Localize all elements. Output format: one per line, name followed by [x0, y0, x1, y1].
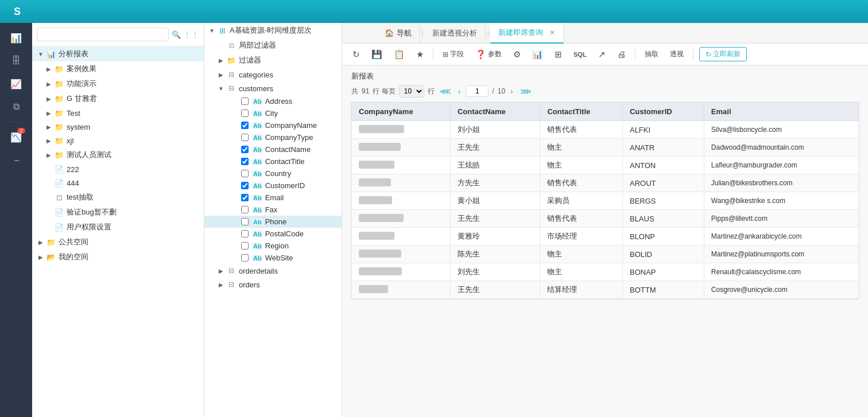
sidebar-icon-data[interactable]: 🗄 [5, 50, 28, 71]
prev-page-btn[interactable]: ‹ [456, 87, 463, 96]
tree-root-reports[interactable]: 📊 分析报表 [32, 46, 204, 61]
toolbar: ↻ 💾 📋 ★ ⊞ 字段 ❓ 参数 ⚙ � [342, 44, 868, 65]
sql-button[interactable]: SQL [570, 49, 590, 60]
refresh-now-button[interactable]: ↻ 立即刷新 [699, 47, 747, 61]
field-ContactName[interactable]: Ab ContactName [204, 143, 342, 155]
tree-item-gongneng[interactable]: 📁 功能演示 [32, 76, 204, 91]
copy-icon: 📋 [394, 49, 405, 60]
field-WebSite[interactable]: Ab WebSite [204, 252, 342, 264]
tree-item-testchouqu[interactable]: ⊡ test抽取 [32, 190, 204, 205]
field-Email[interactable]: Ab Email [204, 192, 342, 204]
checkbox-CompanyName[interactable] [241, 122, 249, 129]
tab-new-pivot[interactable]: 新建透视分析 [424, 23, 486, 44]
name-CompanyName: CompanyName [265, 121, 317, 130]
checkbox-ContactTitle[interactable] [241, 158, 249, 165]
per-page-select[interactable]: 10 20 50 [399, 85, 424, 98]
field-button[interactable]: ⊞ 字段 [439, 48, 467, 61]
panel-toggle-icon[interactable]: ⋮⋮ [183, 30, 199, 39]
checkbox-Country[interactable] [241, 170, 249, 177]
checkbox-City[interactable] [241, 110, 249, 117]
save-button[interactable]: 💾 [368, 48, 386, 61]
tab-new-query[interactable]: 新建即席查询 ✕ [490, 23, 564, 44]
checkbox-PostalCode[interactable] [241, 230, 249, 237]
col-title: ContactTitle [540, 103, 623, 121]
total-rows-label: 共 [351, 87, 358, 96]
checkbox-ContactName[interactable] [241, 146, 249, 153]
sidebar-icon-chart[interactable]: 📈 [5, 73, 28, 94]
copy-button[interactable]: 📋 [390, 48, 408, 61]
tree-item-local-filter[interactable]: ⊡ 局部过滤器 [204, 38, 342, 53]
sidebar-icon-reports[interactable]: 📊 [5, 28, 28, 48]
col-custid: CustomerID [622, 103, 704, 121]
type-City: Ab [252, 110, 263, 117]
print-button[interactable]: 🖨 [614, 48, 629, 61]
tab-close-icon[interactable]: ✕ [549, 29, 555, 37]
tree-item-categories[interactable]: ⊟ categories [204, 68, 342, 81]
refresh-button[interactable]: ↻ [349, 48, 363, 61]
field-Address[interactable]: Ab Address [204, 95, 342, 107]
tree-item-xjl[interactable]: 📁 xjl [32, 134, 204, 147]
sidebar-icon-layers[interactable]: ⧉ [5, 96, 28, 117]
field-City[interactable]: Ab City [204, 107, 342, 119]
sidebar-icon-stats[interactable]: 📉 2 [5, 127, 28, 147]
export-button[interactable]: ↗ [595, 48, 609, 61]
label-categories: categories [239, 71, 273, 79]
tree-item-gangyajun[interactable]: 📁 G 甘雅君 [32, 91, 204, 106]
type-Country: Ab [252, 170, 263, 177]
sep2 [635, 49, 636, 60]
extract-button[interactable]: 抽取 [641, 48, 662, 61]
name-Phone: Phone [265, 217, 287, 226]
tree-item-yonghu[interactable]: 📄 用户权限设置 [32, 220, 204, 235]
tree-item-444[interactable]: 📄 444 [32, 176, 204, 190]
field-CompanyType[interactable]: Ab CompanyType [204, 131, 342, 143]
tab-home[interactable]: 🏠 导航 [377, 23, 420, 44]
next-page-btn[interactable]: › [509, 87, 515, 96]
field-CustomerID[interactable]: Ab CustomerID [204, 180, 342, 192]
last-page-btn[interactable]: ⋙ [518, 87, 533, 96]
label-local-filter: 局部过滤器 [239, 40, 276, 50]
field-Phone[interactable]: Ab Phone [204, 216, 342, 228]
checkbox-CompanyType[interactable] [241, 134, 249, 141]
tree-item-yanzheng[interactable]: 📄 验证bug暂不删 [32, 205, 204, 220]
param-icon: ❓ [475, 49, 486, 60]
star-button[interactable]: ★ [413, 48, 427, 61]
checkbox-Email[interactable] [241, 194, 249, 201]
checkbox-WebSite[interactable] [241, 254, 249, 262]
field-ContactTitle[interactable]: Ab ContactTitle [204, 155, 342, 167]
field-Region[interactable]: Ab Region [204, 240, 342, 252]
search-input[interactable] [37, 28, 169, 41]
param-button[interactable]: ❓ 参数 [472, 48, 505, 61]
pivot-button[interactable]: 透视 [666, 48, 687, 61]
tree-item-customers[interactable]: ⊟ customers [204, 81, 342, 95]
settings-button[interactable]: ⚙ [510, 48, 524, 61]
type-Fax: Ab [252, 206, 263, 213]
tree-item-222[interactable]: 📄 222 [32, 162, 204, 176]
checkbox-CustomerID[interactable] [241, 182, 249, 189]
first-page-btn[interactable]: ⋘ [438, 87, 453, 96]
checkbox-Fax[interactable] [241, 206, 249, 213]
tree-item-test[interactable]: 📁 Test [32, 106, 204, 120]
checkbox-Region[interactable] [241, 242, 249, 250]
datasource-root[interactable]: ⊞ A基础资源-时间维度层次 [204, 23, 342, 38]
cell-title-7: 物主 [540, 245, 623, 263]
tree-item-gonggong[interactable]: 📁 公共空间 [32, 235, 204, 250]
chart-button[interactable]: 📊 [529, 48, 547, 61]
field-Fax[interactable]: Ab Fax [204, 204, 342, 216]
tree-item-system[interactable]: 📁 system [32, 120, 204, 134]
checkbox-Phone[interactable] [241, 218, 249, 225]
table-view-button[interactable]: ⊞ [551, 48, 565, 61]
checkbox-Address[interactable] [241, 98, 249, 105]
tree-item-orderdetails[interactable]: ⊟ orderdetails [204, 264, 342, 278]
tree-item-wode[interactable]: 📂 我的空间 [32, 250, 204, 264]
field-CompanyName[interactable]: Ab CompanyName [204, 119, 342, 131]
field-PostalCode[interactable]: Ab PostalCode [204, 228, 342, 240]
sidebar-icon-more[interactable]: ··· [5, 150, 28, 170]
tree-item-filter[interactable]: 📁 过滤器 [204, 53, 342, 68]
tree-item-anli[interactable]: 📁 案例效果 [32, 61, 204, 76]
content-panel: 🏠 导航 | 新建透视分析 | 新建即席查询 ✕ ↻ 💾 📋 [342, 23, 868, 417]
field-Country[interactable]: Ab Country [204, 167, 342, 180]
page-input[interactable] [466, 85, 489, 97]
caret-filter [217, 56, 225, 64]
tree-item-ceshi[interactable]: 📁 测试人员测试 [32, 147, 204, 162]
tree-item-orders[interactable]: ⊟ orders [204, 278, 342, 291]
